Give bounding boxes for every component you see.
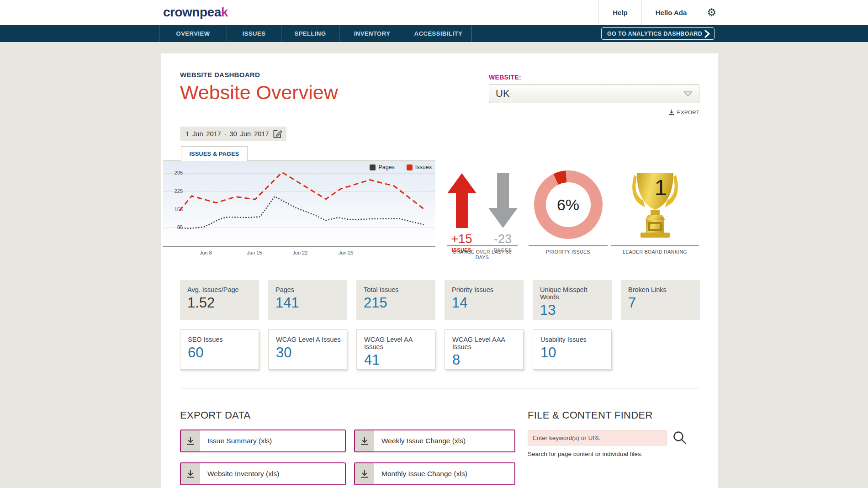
export-button-monthly-issue-change-xls-[interactable]: Monthly Issue Change (xls) bbox=[354, 462, 515, 485]
stat-value: 30 bbox=[276, 345, 342, 361]
export-button-website-inventory-xls-[interactable]: Website Inventory (xls) bbox=[180, 462, 346, 485]
priority-donut-chart: 6% bbox=[534, 170, 603, 239]
stat-tile-broken-links: Broken Links7 bbox=[621, 280, 700, 320]
issues-change: +15 ISSUES bbox=[447, 173, 476, 253]
search-button[interactable] bbox=[672, 430, 687, 445]
change-caption: CHANGE OVER LAST 30 DAYS bbox=[447, 245, 518, 260]
leaderboard-caption: LEADER BOARD RANKING bbox=[611, 245, 699, 255]
user-greeting[interactable]: Hello Ada bbox=[641, 0, 701, 25]
arrow-up-icon bbox=[447, 173, 476, 228]
stat-label: Avg. Issues/Page bbox=[187, 286, 254, 293]
website-dropdown[interactable]: UK bbox=[489, 84, 699, 103]
crownpeak-logo: crownpeak bbox=[163, 5, 228, 20]
issues-pages-chart: ISSUES & PAGES PagesIssues 29522515585 J… bbox=[163, 147, 435, 260]
stat-value: 60 bbox=[188, 345, 254, 361]
stat-tile-seo-issues: SEO Issues60 bbox=[180, 329, 259, 370]
stat-value: 7 bbox=[628, 295, 695, 311]
search-icon bbox=[672, 430, 687, 445]
kpi-row: +15 ISSUES -23 PAGES CHANGE OVER LAST 30… bbox=[435, 147, 699, 260]
stats-row-1: Avg. Issues/Page1.52Pages141Total Issues… bbox=[180, 280, 699, 320]
page-title: Website Overview bbox=[180, 82, 338, 103]
go-to-analytics-button[interactable]: GO TO ANALYTICS DASHBOARD bbox=[601, 27, 715, 40]
search-hint: Search for page content or individual fi… bbox=[528, 451, 699, 457]
stat-value: 141 bbox=[275, 295, 343, 311]
download-icon-box bbox=[355, 430, 374, 451]
priority-caption: PRIORITY ISSUES bbox=[529, 245, 608, 255]
stat-tile-unique-misspelt-words: Unique Misspelt Words13 bbox=[533, 280, 612, 320]
export-data-heading: EXPORT DATA bbox=[180, 409, 515, 421]
nav-tab-inventory[interactable]: INVENTORY bbox=[339, 25, 405, 42]
stat-label: SEO Issues bbox=[188, 336, 254, 343]
website-label: WEBSITE: bbox=[489, 74, 699, 81]
stat-tile-priority-issues: Priority Issues14 bbox=[445, 280, 524, 320]
nav-tab-spelling[interactable]: SPELLING bbox=[281, 25, 339, 42]
main-navbar: OVERVIEWISSUESSPELLINGINVENTORYACCESSIBI… bbox=[0, 25, 868, 42]
leaderboard-rank: 1 bbox=[654, 175, 667, 200]
download-icon bbox=[668, 109, 675, 116]
issues-change-value: +15 bbox=[451, 232, 472, 246]
title-block: WEBSITE DASHBOARD Website Overview bbox=[180, 71, 338, 116]
stat-label: Broken Links bbox=[628, 286, 695, 293]
export-button-issue-summary-xls-[interactable]: Issue Summary (xls) bbox=[180, 430, 346, 452]
stat-tile-usability-issues: Usability Issues10 bbox=[533, 329, 612, 370]
logo-text: crownpea bbox=[163, 5, 221, 19]
x-axis-tick: Jun 29 bbox=[339, 250, 354, 255]
export-link[interactable]: EXPORT bbox=[489, 109, 699, 116]
export-button-label: Website Inventory (xls) bbox=[207, 470, 279, 478]
export-button-label: Issue Summary (xls) bbox=[207, 437, 272, 445]
stat-value: 41 bbox=[364, 352, 430, 368]
stat-tile-wcag-level-aa-issues: WCAG Level AA Issues41 bbox=[356, 329, 435, 370]
nav-tab-issues[interactable]: ISSUES bbox=[227, 25, 281, 42]
leaderboard-kpi: 1 LEADER BOARD RANKING bbox=[611, 147, 699, 260]
nav-tab-accessibility[interactable]: ACCESSIBILITY bbox=[405, 25, 472, 42]
help-label: Help bbox=[613, 9, 628, 16]
arrow-down-icon bbox=[488, 173, 518, 228]
stat-value: 215 bbox=[364, 295, 431, 311]
stat-value: 1.52 bbox=[187, 295, 254, 311]
logo-accent: k bbox=[221, 5, 228, 19]
download-icon-box bbox=[181, 430, 200, 451]
stat-label: WCAG Level AA Issues bbox=[364, 336, 430, 350]
file-content-finder-section: FILE & CONTENT FINDER Search for page co… bbox=[528, 409, 699, 485]
stat-tile-pages: Pages141 bbox=[268, 280, 347, 320]
nav-tab-overview[interactable]: OVERVIEW bbox=[159, 25, 227, 42]
dashboard-card: WEBSITE DASHBOARD Website Overview WEBSI… bbox=[161, 53, 718, 488]
change-kpi: +15 ISSUES -23 PAGES CHANGE OVER LAST 30… bbox=[447, 147, 518, 260]
chevron-right-icon bbox=[704, 30, 710, 38]
stat-tile-wcag-level-a-issues: WCAG Level A Issues30 bbox=[268, 329, 347, 370]
export-buttons: Issue Summary (xls)Weekly Issue Change (… bbox=[180, 430, 515, 485]
download-icon-box bbox=[355, 463, 374, 484]
x-axis-tick: Jun 8 bbox=[200, 250, 212, 255]
x-axis-tick: Jun 15 bbox=[247, 250, 262, 255]
date-range-bar: 1 Jun 2017 - 30 Jun 2017 bbox=[180, 127, 286, 141]
website-selector-block: WEBSITE: UK EXPORT bbox=[489, 71, 699, 116]
stat-value: 8 bbox=[452, 352, 519, 368]
analytics-button-label: GO TO ANALYTICS DASHBOARD bbox=[607, 31, 702, 37]
search-input[interactable] bbox=[528, 430, 667, 446]
export-data-section: EXPORT DATA Issue Summary (xls)Weekly Is… bbox=[180, 409, 515, 485]
chart-x-axis: Jun 8Jun 15Jun 22Jun 29 bbox=[163, 247, 435, 257]
stat-tile-total-issues: Total Issues215 bbox=[356, 280, 435, 320]
stat-label: WCAG Level AAA Issues bbox=[452, 336, 519, 350]
website-dropdown-value: UK bbox=[496, 88, 510, 100]
export-button-label: Weekly Issue Change (xls) bbox=[381, 437, 466, 445]
stat-label: Pages bbox=[275, 286, 343, 293]
edit-date-icon[interactable] bbox=[272, 128, 283, 139]
trophy-icon: 1 bbox=[619, 169, 692, 240]
top-header: crownpeak Help Hello Ada ⚙ bbox=[0, 0, 868, 25]
priority-percentage: 6% bbox=[534, 170, 603, 239]
stat-label: Total Issues bbox=[364, 286, 431, 293]
chart-plot: PagesIssues 29522515585 bbox=[163, 161, 435, 247]
stat-label: WCAG Level A Issues bbox=[276, 336, 342, 343]
download-icon-box bbox=[181, 463, 200, 484]
settings-button[interactable]: ⚙ bbox=[700, 0, 718, 25]
tab-issues-and-pages[interactable]: ISSUES & PAGES bbox=[181, 146, 248, 161]
priority-issues-kpi: 6% PRIORITY ISSUES bbox=[529, 147, 608, 260]
download-icon bbox=[186, 436, 195, 446]
export-button-weekly-issue-change-xls-[interactable]: Weekly Issue Change (xls) bbox=[354, 430, 515, 452]
eyebrow-label: WEBSITE DASHBOARD bbox=[180, 71, 338, 79]
export-button-label: Monthly Issue Change (xls) bbox=[381, 470, 467, 478]
stats-row-2: SEO Issues60WCAG Level A Issues30WCAG Le… bbox=[180, 329, 699, 370]
help-link[interactable]: Help bbox=[598, 0, 641, 25]
download-icon bbox=[360, 436, 369, 446]
